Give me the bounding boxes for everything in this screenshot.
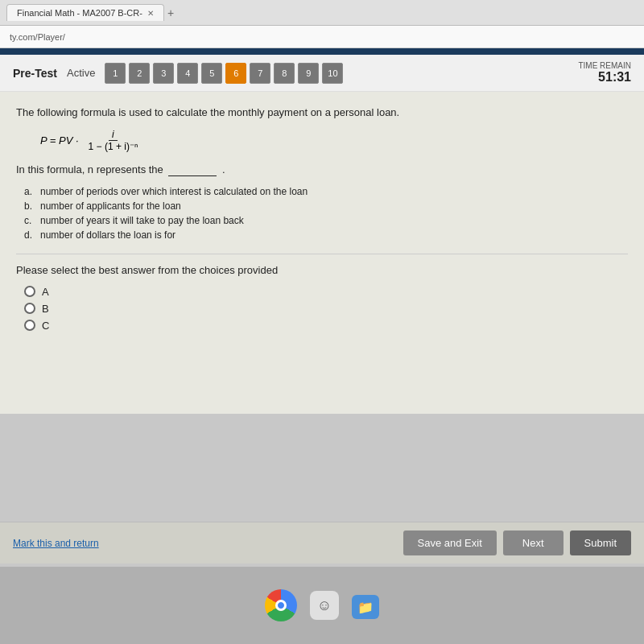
option-text-c: number of years it will take to pay the …	[40, 215, 244, 226]
fill-blank-text: In this formula, n represents the .	[16, 163, 628, 176]
browser-tab-bar: Financial Math - MA2007 B-CR- ✕ +	[0, 0, 644, 26]
option-letter-c: c.	[24, 215, 35, 226]
radio-option-b[interactable]: B	[24, 303, 628, 315]
taskbar: ☺ 📁	[0, 567, 644, 644]
question-nav: 1 2 3 4 5 6 7 8 9 10	[105, 63, 343, 84]
action-bar: Mark this and return Save and Exit Next …	[0, 522, 644, 564]
option-letter-a: a.	[24, 186, 35, 197]
answer-option-d: d. number of dollars the loan is for	[24, 228, 628, 242]
timer-section: TIME REMAIN 51:31	[578, 61, 631, 85]
nav-btn-10[interactable]: 10	[322, 63, 343, 84]
nav-btn-4[interactable]: 4	[177, 63, 198, 84]
answer-option-c: c. number of years it will take to pay t…	[24, 213, 628, 228]
save-exit-button[interactable]: Save and Exit	[403, 530, 497, 555]
next-button[interactable]: Next	[503, 530, 564, 555]
tab-close-icon[interactable]: ✕	[147, 9, 154, 18]
nav-btn-9[interactable]: 9	[298, 63, 319, 84]
action-buttons: Save and Exit Next Submit	[403, 530, 631, 555]
formula-left: P = PV ·	[40, 134, 79, 147]
option-text-b: number of applicants for the loan	[40, 200, 181, 212]
header-band	[0, 48, 644, 55]
option-letter-b: b.	[24, 200, 35, 212]
finder-icon[interactable]: ☺	[310, 591, 339, 620]
browser-tab[interactable]: Financial Math - MA2007 B-CR- ✕	[6, 4, 164, 21]
answer-option-a: a. number of periods over which interest…	[24, 184, 628, 199]
option-text-a: number of periods over which interest is…	[40, 186, 308, 197]
formula-fraction: i 1 − (1 + i)⁻ⁿ	[85, 129, 142, 152]
submit-button[interactable]: Submit	[570, 530, 631, 555]
radio-label-c: C	[42, 320, 49, 332]
nav-btn-1[interactable]: 1	[105, 63, 126, 84]
formula-denominator: 1 − (1 + i)⁻ⁿ	[85, 141, 142, 152]
answer-options: a. number of periods over which interest…	[24, 184, 628, 242]
radio-circle-c[interactable]	[24, 320, 35, 331]
fill-blank-prefix: In this formula, n represents the	[16, 163, 163, 175]
option-text-d: number of dollars the loan is for	[40, 229, 175, 241]
pre-test-label: Pre-Test	[13, 67, 57, 80]
radio-label-a: A	[42, 286, 49, 298]
radio-option-c[interactable]: C	[24, 320, 628, 332]
radio-circle-a[interactable]	[24, 286, 35, 297]
formula-numerator: i	[109, 129, 118, 141]
chrome-inner-circle	[275, 600, 287, 611]
please-select-prompt: Please select the best answer from the c…	[16, 254, 628, 276]
url-text: ty.com/Player/	[10, 32, 65, 42]
radio-options: A B C	[24, 286, 628, 332]
radio-circle-b[interactable]	[24, 303, 35, 314]
radio-label-b: B	[42, 303, 49, 315]
nav-btn-2[interactable]: 2	[129, 63, 150, 84]
formula-block: P = PV · i 1 − (1 + i)⁻ⁿ	[40, 129, 628, 152]
option-letter-d: d.	[24, 229, 35, 241]
radio-option-a[interactable]: A	[24, 286, 628, 298]
blank-underline	[168, 163, 217, 176]
nav-btn-8[interactable]: 8	[274, 63, 295, 84]
main-content: The following formula is used to calcula…	[0, 92, 644, 414]
timer-label: TIME REMAIN	[578, 61, 631, 70]
nav-btn-6[interactable]: 6	[225, 63, 246, 84]
folder-icon[interactable]: 📁	[352, 595, 379, 619]
fill-blank-suffix: .	[222, 163, 225, 175]
address-bar: ty.com/Player/	[0, 26, 644, 48]
app-header: Pre-Test Active 1 2 3 4 5 6 7 8 9 10 TIM…	[0, 55, 644, 92]
timer-value: 51:31	[578, 70, 631, 85]
new-tab-icon[interactable]: +	[167, 6, 174, 19]
active-label: Active	[67, 67, 95, 79]
question-intro: The following formula is used to calcula…	[16, 105, 628, 121]
mark-return-link[interactable]: Mark this and return	[13, 538, 99, 549]
nav-btn-3[interactable]: 3	[153, 63, 174, 84]
chrome-icon[interactable]	[265, 589, 297, 621]
answer-option-b: b. number of applicants for the loan	[24, 199, 628, 213]
nav-btn-5[interactable]: 5	[201, 63, 222, 84]
tab-title: Financial Math - MA2007 B-CR-	[17, 8, 142, 18]
nav-btn-7[interactable]: 7	[250, 63, 270, 84]
